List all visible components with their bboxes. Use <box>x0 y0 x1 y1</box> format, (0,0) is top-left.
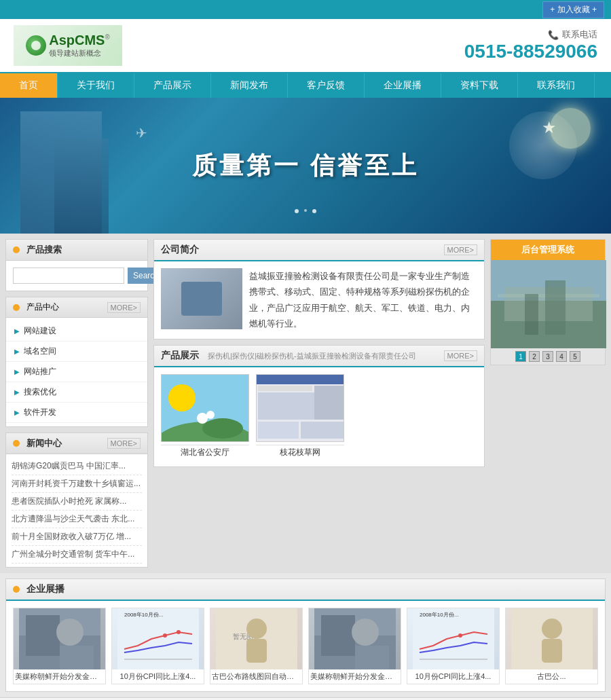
svg-point-42 <box>458 633 462 638</box>
svg-rect-36 <box>321 615 355 656</box>
news-section: 新闻中心 MORE> 胡锦涛G20瞩贡巴马 中国汇率... 河南开封耗资千万建数… <box>5 432 148 568</box>
nav-item-products[interactable]: 产品展示 <box>134 73 211 98</box>
svg-rect-10 <box>314 386 344 420</box>
product-center-more[interactable]: MORE> <box>107 302 141 313</box>
product-card-img-1 <box>161 374 249 442</box>
svg-rect-8 <box>258 386 312 391</box>
product-card-1[interactable]: 湖北省公安厅 <box>161 374 249 460</box>
enterprise-card-label-3: 古巴公布路线图回自动经济社... <box>210 669 302 684</box>
enterprise-card-label-1: 美媒称朝鲜开始分发金正恩... <box>14 669 105 684</box>
admin-nav-dot-4[interactable]: 4 <box>556 351 567 362</box>
enterprise-card-label-4: 美媒称朝鲜开始分发金正恩... <box>309 669 401 684</box>
enterprise-card-label-2: 10月份CPI同比上涨4... <box>112 669 204 684</box>
product-search-title: 产品搜索 <box>6 240 147 261</box>
top-bar: + 加入收藏 + <box>0 0 611 19</box>
product-card-label-2: 枝花枝草网 <box>256 445 344 460</box>
product-item-5[interactable]: ▶ 软件开发 <box>6 403 147 423</box>
news-more[interactable]: MORE> <box>107 438 141 449</box>
main-content: 产品搜索 Search 产品中心 MORE> ▶ 网站建设 <box>0 234 611 573</box>
products-more[interactable]: MORE> <box>444 350 477 361</box>
logo[interactable]: AspCMS® 领导建站新概念 <box>14 25 122 66</box>
product-item-1[interactable]: ▶ 网站建设 <box>6 321 147 342</box>
nav-item-news[interactable]: 新闻发布 <box>211 73 288 98</box>
title-dot3 <box>13 440 20 447</box>
enterprise-card-img-4 <box>309 608 401 669</box>
search-input[interactable] <box>13 268 124 284</box>
admin-header: 后台管理系统 <box>491 240 605 260</box>
enterprise-card-2[interactable]: 2008年10月份... 10月份CPI同比上涨4... <box>111 608 204 684</box>
nav-item-enterprise[interactable]: 企业展播 <box>365 73 441 98</box>
news-item-4[interactable]: 北方遭降温与沙尘天气袭击 东北... <box>12 511 142 528</box>
news-item-2[interactable]: 河南开封耗资千万建数十乡镇窗运... <box>12 475 142 493</box>
svg-point-3 <box>202 418 243 439</box>
svg-point-4 <box>197 413 208 424</box>
arrow-icon: ▶ <box>14 368 20 375</box>
company-image <box>161 268 242 329</box>
product-search-section: 产品搜索 Search <box>5 239 148 291</box>
svg-text:2008年10月份...: 2008年10月份... <box>420 612 458 618</box>
nav-item-home[interactable]: 首页 <box>0 73 58 98</box>
arrow-icon: ▶ <box>14 388 20 396</box>
svg-point-28 <box>163 633 167 638</box>
arrow-icon: ▶ <box>14 348 20 355</box>
company-title: 公司简介 <box>161 244 199 256</box>
nav-item-feedback[interactable]: 客户反馈 <box>288 73 365 98</box>
enterprise-card-1[interactable]: 美媒称朝鲜开始分发金正恩... <box>13 608 106 684</box>
admin-nav-dot-3[interactable]: 3 <box>542 351 553 362</box>
product-list: ▶ 网站建设 ▶ 域名空间 ▶ 网站推广 ▶ 搜索优化 ▶ 软件开发 <box>6 318 147 426</box>
enterprise-card-3[interactable]: 暂无图片 古巴公布路线图回自动经济社... <box>210 608 303 684</box>
enterprise-card-6[interactable]: 古巴公... <box>505 608 598 684</box>
contact-area: 📞 联系电话 0515-88529066 <box>464 29 597 62</box>
product-center-header: 产品中心 MORE> <box>6 297 147 318</box>
svg-point-29 <box>177 630 181 634</box>
admin-section: 后台管理系统 1 2 3 4 5 <box>490 239 606 365</box>
product-item-4[interactable]: ▶ 搜索优化 <box>6 382 147 403</box>
svg-point-32 <box>246 619 267 639</box>
product-center-section: 产品中心 MORE> ▶ 网站建设 ▶ 域名空间 ▶ 网站推广 ▶ <box>5 297 148 427</box>
enterprise-section: 企业展播 美媒称朝鲜开始分发金正恩... 2008年10月份... <box>5 578 606 692</box>
news-item-5[interactable]: 前十月全国财政收入破7万亿 增... <box>12 528 142 546</box>
company-header: 公司简介 MORE> <box>154 240 484 261</box>
nav-item-contact[interactable]: 联系我们 <box>518 73 595 98</box>
svg-point-23 <box>56 619 84 646</box>
enterprise-dot <box>13 586 20 593</box>
news-item-3[interactable]: 患者医院插队小时抢死 家属称... <box>12 493 142 511</box>
header: AspCMS® 领导建站新概念 📞 联系电话 0515-88529066 <box>0 19 611 73</box>
svg-point-44 <box>542 619 562 639</box>
enterprise-card-img-5: 2008年10月份... <box>407 608 499 669</box>
news-title: 新闻中心 <box>13 437 62 449</box>
svg-rect-18 <box>545 280 566 335</box>
product-card-label-1: 湖北省公安厅 <box>161 445 249 460</box>
company-body: 益城振亚撞验检测设备有限责任公司是一家专业生产制造携带式、移动式、固定、特种规格… <box>154 261 484 339</box>
admin-nav-dot-1[interactable]: 1 <box>515 351 526 362</box>
product-center-title: 产品中心 <box>13 301 59 313</box>
company-more[interactable]: MORE> <box>444 244 477 255</box>
svg-rect-22 <box>26 615 60 656</box>
admin-nav-dot-5[interactable]: 5 <box>570 351 580 362</box>
contact-label: 📞 联系电话 <box>464 29 597 41</box>
enterprise-card-4[interactable]: 美媒称朝鲜开始分发金正恩... <box>308 608 401 684</box>
news-item-1[interactable]: 胡锦涛G20瞩贡巴马 中国汇率... <box>12 458 142 475</box>
svg-rect-24 <box>60 646 94 669</box>
enterprise-card-5[interactable]: 2008年10月份... 10月份CPI同比上涨4... <box>407 608 500 684</box>
product-item-3[interactable]: ▶ 网站推广 <box>6 362 147 382</box>
product-card-2[interactable]: 枝花枝草网 <box>256 374 344 460</box>
admin-image <box>491 260 605 348</box>
product-grid: 湖北省公安厅 枝花枝 <box>154 367 484 466</box>
svg-rect-19 <box>525 294 538 335</box>
svg-rect-12 <box>301 422 344 439</box>
enterprise-card-img-2: 2008年10月份... <box>112 608 204 669</box>
nav-item-about[interactable]: 关于我们 <box>58 73 134 98</box>
product-section-title: 产品展示 探伤机|探伤仪|磁粉探伤机-益城振亚撞验检测设备有限责任公司 <box>161 350 416 362</box>
svg-text:2008年10月份...: 2008年10月份... <box>124 612 163 618</box>
title-dot <box>13 246 20 253</box>
add-collect-button[interactable]: + 加入收藏 + <box>542 1 604 18</box>
footer: CopyRight c 2011 益城振亚撞验检测设备有限责任公司 All Ri… <box>0 697 611 700</box>
news-item-6[interactable]: 广州全城分时交通管制 货车中午... <box>12 546 142 564</box>
admin-nav-dot-2[interactable]: 2 <box>529 351 540 362</box>
banner: ✈ ★ 质量第一 信誉至上 <box>0 98 611 234</box>
moon-decoration <box>550 108 591 149</box>
nav-item-download[interactable]: 资料下载 <box>441 73 518 98</box>
product-item-2[interactable]: ▶ 域名空间 <box>6 342 147 362</box>
banner-building-right <box>54 139 109 234</box>
